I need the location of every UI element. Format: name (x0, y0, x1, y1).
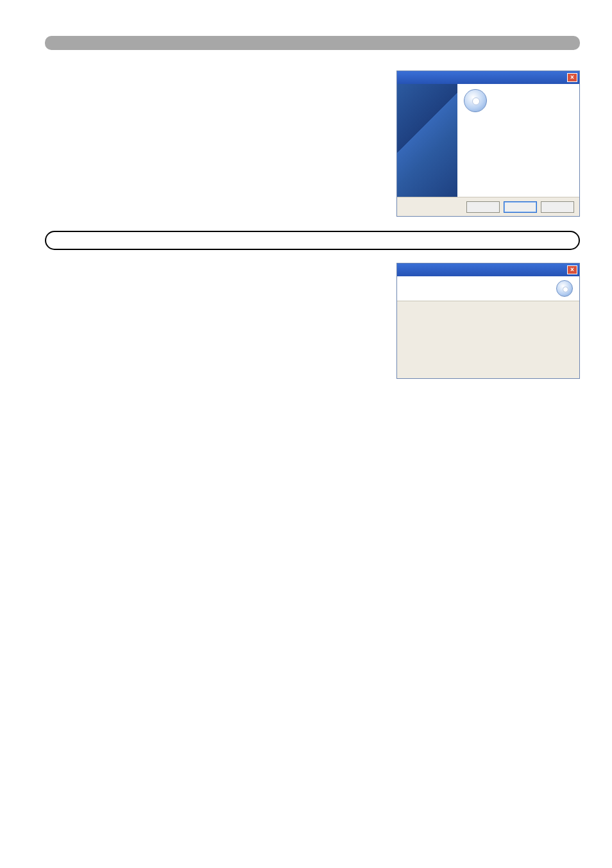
wizard-titlebar: × (397, 71, 579, 84)
back-button (466, 201, 500, 213)
wizard-side-graphic (397, 84, 457, 197)
next-button[interactable] (504, 201, 537, 213)
wizard-welcome: × (396, 71, 580, 217)
section-header (45, 36, 580, 50)
disc-icon (464, 89, 487, 112)
close-icon[interactable]: × (567, 265, 577, 274)
close-icon[interactable]: × (567, 73, 577, 82)
page: × (0, 0, 612, 868)
cancel-button[interactable] (541, 201, 574, 213)
note-1 (45, 231, 580, 250)
wizard-destination: × (396, 263, 580, 379)
wizard-titlebar: × (397, 263, 579, 276)
disc-icon (556, 280, 573, 297)
